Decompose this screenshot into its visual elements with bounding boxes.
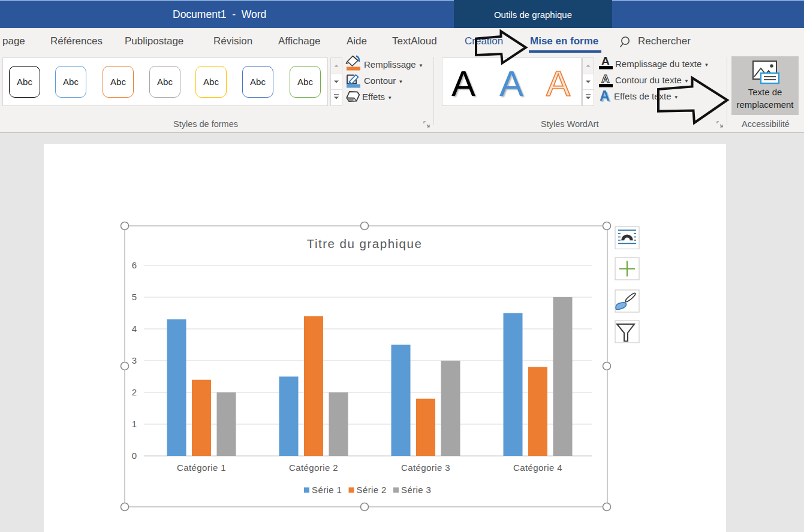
svg-text:A: A	[601, 55, 610, 67]
svg-text:0: 0	[132, 451, 137, 461]
svg-text:Catégorie 2: Catégorie 2	[289, 463, 338, 473]
svg-text:4: 4	[132, 324, 137, 334]
svg-text:1: 1	[132, 419, 137, 429]
svg-text:Catégorie 3: Catégorie 3	[401, 463, 450, 473]
svg-text:A: A	[601, 72, 610, 85]
svg-text:Série 1: Série 1	[312, 485, 342, 495]
svg-text:Titre du graphique: Titre du graphique	[307, 237, 423, 250]
svg-text:Catégorie 4: Catégorie 4	[513, 463, 562, 473]
svg-text:Série 2: Série 2	[357, 485, 387, 495]
svg-text:5: 5	[132, 292, 137, 302]
svg-text:3: 3	[132, 355, 137, 365]
svg-text:A: A	[600, 88, 610, 104]
svg-text:Catégorie 1: Catégorie 1	[177, 463, 226, 473]
svg-text:6: 6	[132, 260, 137, 270]
svg-text:Série 3: Série 3	[401, 485, 431, 495]
svg-text:2: 2	[132, 387, 137, 397]
